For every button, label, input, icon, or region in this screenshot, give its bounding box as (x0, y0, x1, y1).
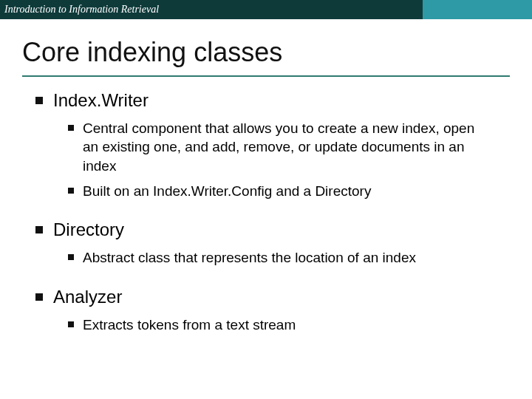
bullet-square-icon (35, 97, 43, 104)
sub-list: Abstract class that represents the locat… (35, 248, 510, 267)
sub-bullet-text: Built on an Index.Writer.Config and a Di… (83, 182, 371, 201)
bullet-square-icon (68, 125, 74, 131)
header-accent (423, 0, 532, 19)
list-item: Analyzer Extracts tokens from a text str… (35, 287, 510, 334)
bullet-square-icon (68, 321, 74, 327)
title-rule (22, 75, 510, 77)
title-wrap: Core indexing classes (0, 19, 532, 71)
course-label: Introduction to Information Retrieval (4, 4, 159, 16)
page-title: Core indexing classes (22, 37, 510, 68)
sub-list: Extracts tokens from a text stream (35, 316, 510, 335)
sub-bullet-text: Abstract class that represents the locat… (83, 248, 416, 267)
header-left: Introduction to Information Retrieval (0, 0, 423, 19)
bullet-list: Index.Writer Central component that allo… (22, 90, 510, 334)
sub-list: Central component that allows you to cre… (35, 119, 510, 201)
bullet-square-icon (35, 293, 43, 301)
content: Index.Writer Central component that allo… (0, 84, 532, 334)
list-item: Built on an Index.Writer.Config and a Di… (68, 182, 510, 201)
bullet-square-icon (68, 188, 74, 194)
list-item: Abstract class that represents the locat… (68, 248, 510, 267)
sub-bullet-text: Extracts tokens from a text stream (83, 316, 296, 335)
bullet-label: Directory (53, 219, 124, 241)
header-bar: Introduction to Information Retrieval (0, 0, 532, 19)
bullet-square-icon (68, 254, 74, 260)
bullet-label: Index.Writer (53, 90, 149, 112)
sub-bullet-text: Central component that allows you to cre… (83, 119, 482, 176)
list-item: Index.Writer Central component that allo… (35, 90, 510, 200)
bullet-label: Analyzer (53, 287, 122, 308)
list-item: Directory Abstract class that represents… (35, 219, 510, 267)
list-item: Extracts tokens from a text stream (68, 316, 510, 335)
list-item: Central component that allows you to cre… (68, 119, 510, 176)
bullet-square-icon (35, 226, 43, 233)
